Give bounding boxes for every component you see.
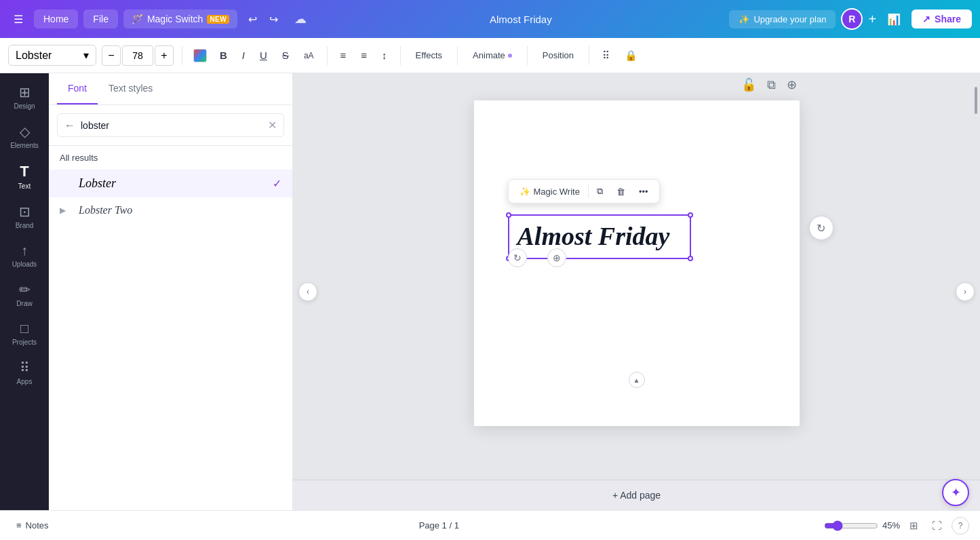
canvas-area: ‹ › 🔓 ⧉ ⊕ ✨ bbox=[293, 73, 980, 510]
font-name-lobster-two: Lobster Two bbox=[79, 204, 281, 216]
refresh-button[interactable]: ↻ bbox=[809, 216, 834, 240]
avatar-button[interactable]: R bbox=[841, 8, 863, 30]
redo-button[interactable]: ↪ bbox=[264, 9, 283, 30]
help-button[interactable]: ? bbox=[952, 517, 969, 535]
case-button[interactable]: aA bbox=[299, 47, 319, 64]
lock-button[interactable]: 🔒 bbox=[620, 46, 642, 65]
sidebar-item-design[interactable]: ⊞ Design bbox=[4, 79, 45, 115]
decrease-font-size-button[interactable]: − bbox=[102, 45, 121, 66]
canvas-scroll-left-button[interactable]: ‹ bbox=[298, 282, 317, 301]
font-selector[interactable]: Lobster ▾ bbox=[8, 45, 96, 66]
font-search-input[interactable] bbox=[81, 120, 262, 131]
notes-button[interactable]: ≡ Notes bbox=[11, 518, 54, 533]
add-frame-button[interactable]: ⊕ bbox=[784, 75, 800, 95]
rotate-handle[interactable]: ↻ bbox=[508, 248, 527, 267]
text-label: Text bbox=[18, 182, 31, 190]
sidebar-item-projects[interactable]: □ Projects bbox=[4, 315, 45, 351]
spacing-button[interactable]: ↕ bbox=[377, 46, 392, 64]
canvas-text[interactable]: Almost Friday bbox=[517, 221, 682, 252]
texture-button[interactable]: ⠿ bbox=[597, 46, 614, 65]
magic-switch-icon: 🪄 bbox=[132, 14, 143, 24]
divider-3 bbox=[400, 46, 401, 65]
search-clear-button[interactable]: ✕ bbox=[268, 119, 277, 132]
font-item-lobster[interactable]: Lobster ✓ bbox=[49, 170, 292, 197]
collapse-button[interactable]: ▲ bbox=[629, 372, 645, 388]
more-options-button[interactable]: ••• bbox=[633, 183, 654, 200]
handle-top-left[interactable] bbox=[506, 212, 511, 218]
increase-font-size-button[interactable]: + bbox=[155, 45, 174, 66]
file-button[interactable]: File bbox=[83, 9, 118, 28]
zoom-slider[interactable] bbox=[824, 520, 878, 531]
bottom-right-controls: 45% ⊞ ⛶ ? bbox=[824, 517, 969, 535]
canvas-top-icons: 🔓 ⧉ ⊕ bbox=[739, 75, 800, 95]
share-label: Share bbox=[935, 14, 961, 24]
font-size-input[interactable] bbox=[122, 45, 153, 66]
magic-switch-label: Magic Switch bbox=[147, 14, 203, 24]
grid-view-button[interactable]: ⊞ bbox=[905, 517, 922, 535]
magic-switch-button[interactable]: 🪄 Magic Switch NEW bbox=[123, 9, 237, 28]
tab-font[interactable]: Font bbox=[57, 73, 98, 104]
home-button[interactable]: Home bbox=[34, 9, 78, 28]
position-button[interactable]: Position bbox=[536, 47, 581, 64]
font-panel: Font Text styles ← ✕ All results Lobster… bbox=[49, 73, 293, 510]
new-badge: NEW bbox=[207, 15, 229, 24]
sidebar-item-draw[interactable]: ✏ Draw bbox=[4, 276, 45, 313]
sidebar-item-apps[interactable]: ⠿ Apps bbox=[4, 354, 45, 391]
analytics-button[interactable]: 📊 bbox=[882, 9, 906, 30]
canvas-scroll-right-button[interactable]: › bbox=[956, 282, 975, 301]
sidebar-item-brand[interactable]: ⊡ Brand bbox=[4, 198, 45, 235]
sidebar-item-uploads[interactable]: ↑ Uploads bbox=[4, 237, 45, 273]
canvas-scrollbar[interactable] bbox=[975, 87, 977, 469]
font-name-lobster: Lobster bbox=[79, 176, 267, 191]
list-button[interactable]: ≡ bbox=[356, 46, 372, 64]
text-color-button[interactable] bbox=[191, 46, 210, 65]
sidebar-item-elements[interactable]: ◇ Elements bbox=[4, 118, 45, 155]
tab-text-styles[interactable]: Text styles bbox=[98, 73, 163, 104]
align-button[interactable]: ≡ bbox=[336, 46, 351, 64]
copy-element-button[interactable]: ⧉ bbox=[764, 75, 779, 95]
expand-icon: ▶ bbox=[60, 206, 73, 215]
share-button[interactable]: ↗ Share bbox=[912, 9, 972, 28]
hamburger-button[interactable]: ☰ bbox=[8, 9, 28, 30]
font-item-lobster-two[interactable]: ▶ Lobster Two bbox=[49, 197, 292, 223]
uploads-icon: ↑ bbox=[21, 243, 28, 258]
projects-label: Projects bbox=[12, 339, 37, 346]
formatting-toolbar: Lobster ▾ − + B I U S aA ≡ ≡ ↕ Effects A… bbox=[0, 38, 980, 73]
document-title[interactable]: Almost Friday bbox=[317, 14, 724, 25]
font-size-group: − + bbox=[102, 45, 174, 66]
search-back-button[interactable]: ← bbox=[64, 119, 75, 132]
italic-button[interactable]: I bbox=[237, 46, 250, 64]
divider-4 bbox=[457, 46, 458, 65]
add-collaborator-button[interactable]: + bbox=[868, 12, 876, 27]
brand-label: Brand bbox=[16, 222, 34, 229]
handle-bottom-right[interactable] bbox=[688, 256, 693, 261]
projects-icon: □ bbox=[20, 321, 28, 336]
undo-button[interactable]: ↩ bbox=[243, 9, 262, 30]
share-icon: ↗ bbox=[922, 14, 930, 24]
draw-label: Draw bbox=[16, 300, 32, 307]
lock-element-button[interactable]: 🔓 bbox=[739, 75, 759, 95]
add-page-button[interactable]: + Add page bbox=[293, 480, 980, 510]
page-indicator: Page 1 / 1 bbox=[62, 520, 816, 531]
assistant-button[interactable]: ✦ bbox=[942, 479, 969, 506]
move-handle[interactable]: ⊕ bbox=[547, 248, 566, 267]
elements-icon: ◇ bbox=[20, 123, 30, 140]
handle-top-right[interactable] bbox=[688, 212, 693, 218]
scrollbar-thumb bbox=[975, 87, 977, 114]
magic-write-button[interactable]: ✨ Magic Write bbox=[514, 183, 585, 200]
strikethrough-button[interactable]: S bbox=[277, 46, 294, 64]
delete-button[interactable]: 🗑 bbox=[611, 183, 631, 200]
effects-button[interactable]: Effects bbox=[409, 47, 450, 64]
cloud-save-button[interactable]: ☁ bbox=[289, 7, 312, 31]
upgrade-button[interactable]: ✨ Upgrade your plan bbox=[729, 10, 836, 28]
fullscreen-button[interactable]: ⛶ bbox=[928, 517, 946, 534]
elements-label: Elements bbox=[10, 142, 39, 149]
bold-button[interactable]: B bbox=[215, 46, 232, 64]
duplicate-button[interactable]: ⧉ bbox=[591, 182, 608, 200]
animate-button[interactable]: Animate bbox=[466, 47, 519, 64]
top-nav: ☰ Home File 🪄 Magic Switch NEW ↩ ↪ ☁ Alm… bbox=[0, 0, 980, 38]
zoom-controls: 45% bbox=[824, 520, 900, 531]
sidebar-item-text[interactable]: T Text bbox=[4, 157, 45, 195]
underline-button[interactable]: U bbox=[255, 46, 272, 64]
apps-icon: ⠿ bbox=[20, 360, 30, 376]
